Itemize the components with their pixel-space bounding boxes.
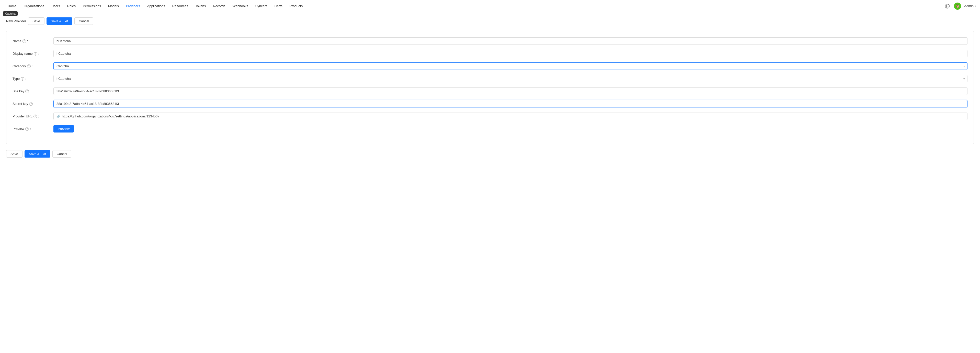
nav-bar: Home Organizations Users Roles Permissio… xyxy=(0,0,980,12)
type-select[interactable]: hCaptcha reCaptcha Turnstile xyxy=(53,75,967,82)
bottom-cancel-button[interactable]: Cancel xyxy=(52,150,71,158)
secret-key-input[interactable] xyxy=(53,100,967,107)
preview-row: Preview ? : Preview xyxy=(13,125,967,133)
svg-text:🦉: 🦉 xyxy=(955,4,960,8)
nav-item-home[interactable]: Home xyxy=(4,0,20,12)
nav-right: 🦉 Admin ▾ xyxy=(944,3,976,10)
category-row: Category ? : Captcha OAuth SAML LDAP ▾ xyxy=(13,62,967,70)
category-select[interactable]: Captcha OAuth SAML LDAP xyxy=(53,62,967,70)
provider-url-row: Provider URL ? : 🔗 xyxy=(13,113,967,120)
nav-item-permissions[interactable]: Permissions xyxy=(79,0,105,12)
provider-url-label: Provider URL ? : xyxy=(13,114,53,118)
save-button[interactable]: Save xyxy=(28,18,45,25)
preview-label: Preview ? : xyxy=(13,127,53,131)
bottom-save-exit-button[interactable]: Save & Exit xyxy=(25,150,50,158)
nav-item-providers[interactable]: Providers xyxy=(123,0,144,12)
display-name-help-icon[interactable]: ? xyxy=(34,52,37,56)
secret-key-field xyxy=(53,100,967,107)
site-key-label: Site key ? xyxy=(13,89,53,93)
type-field: hCaptcha reCaptcha Turnstile ▾ xyxy=(53,75,967,82)
nav-item-users[interactable]: Users xyxy=(48,0,64,12)
type-select-wrapper: hCaptcha reCaptcha Turnstile ▾ xyxy=(53,75,967,82)
name-input[interactable] xyxy=(53,37,967,45)
provider-url-input[interactable] xyxy=(62,114,964,118)
site-key-field xyxy=(53,88,967,95)
bottom-toolbar: Save Save & Exit Cancel xyxy=(6,150,974,158)
nav-item-more[interactable]: ··· xyxy=(306,0,317,12)
nav-item-roles[interactable]: Roles xyxy=(64,0,79,12)
nav-item-organizations[interactable]: Organizations xyxy=(20,0,48,12)
preview-field: Preview xyxy=(53,125,967,133)
nav-item-applications[interactable]: Applications xyxy=(144,0,169,12)
nav-item-resources[interactable]: Resources xyxy=(169,0,192,12)
display-name-row: Display name ? : xyxy=(13,50,967,57)
nav-items: Home Organizations Users Roles Permissio… xyxy=(4,0,944,12)
secret-key-help-icon[interactable]: ? xyxy=(29,102,33,105)
category-label: Category ? : xyxy=(13,64,53,68)
link-icon: 🔗 xyxy=(56,115,60,118)
category-select-wrapper: Captcha OAuth SAML LDAP ▾ xyxy=(53,62,967,70)
type-label: Type ? : xyxy=(13,77,53,81)
cancel-button[interactable]: Cancel xyxy=(75,18,93,25)
display-name-field xyxy=(53,50,967,57)
secret-key-row: Secret key ? xyxy=(13,100,967,107)
name-label: Name ? : xyxy=(13,39,53,43)
globe-icon[interactable] xyxy=(944,3,951,10)
site-key-input[interactable] xyxy=(53,88,967,95)
name-help-icon[interactable]: ? xyxy=(22,39,26,43)
save-exit-button[interactable]: Save & Exit xyxy=(46,18,72,25)
name-field xyxy=(53,37,967,45)
nav-item-records[interactable]: Records xyxy=(209,0,229,12)
chevron-down-icon: ▾ xyxy=(975,5,976,7)
type-help-icon[interactable]: ? xyxy=(21,77,24,81)
new-provider-label: New Provider xyxy=(6,19,26,23)
preview-help-icon[interactable]: ? xyxy=(25,127,29,131)
provider-url-field: 🔗 xyxy=(53,113,967,120)
preview-button[interactable]: Preview xyxy=(53,125,74,133)
main-content: New Provider Save Save & Exit Cancel Nam… xyxy=(0,12,980,163)
avatar-icon[interactable]: 🦉 xyxy=(954,3,961,10)
nav-item-certs[interactable]: Certs xyxy=(271,0,286,12)
site-key-row: Site key ? xyxy=(13,88,967,95)
display-name-input[interactable] xyxy=(53,50,967,57)
category-field: Captcha OAuth SAML LDAP ▾ xyxy=(53,62,967,70)
provider-url-help-icon[interactable]: ? xyxy=(33,115,37,118)
category-help-icon[interactable]: ? xyxy=(27,64,31,68)
nav-item-tokens[interactable]: Tokens xyxy=(192,0,209,12)
nav-item-webhooks[interactable]: Webhooks xyxy=(229,0,252,12)
type-row: Type ? : hCaptcha reCaptcha Turnstile ▾ xyxy=(13,75,967,82)
display-name-label: Display name ? : xyxy=(13,52,53,56)
admin-label[interactable]: Admin ▾ xyxy=(964,4,976,8)
form-container: Name ? : Display name ? : Category ? xyxy=(6,31,974,144)
top-toolbar: New Provider Save Save & Exit Cancel xyxy=(6,18,974,25)
secret-key-label: Secret key ? xyxy=(13,102,53,105)
name-row: Name ? : xyxy=(13,37,967,45)
nav-item-syncers[interactable]: Syncers xyxy=(252,0,271,12)
nav-item-models[interactable]: Models xyxy=(105,0,123,12)
site-key-help-icon[interactable]: ? xyxy=(25,89,29,93)
bottom-save-button[interactable]: Save xyxy=(6,150,22,158)
nav-item-products[interactable]: Products xyxy=(286,0,306,12)
